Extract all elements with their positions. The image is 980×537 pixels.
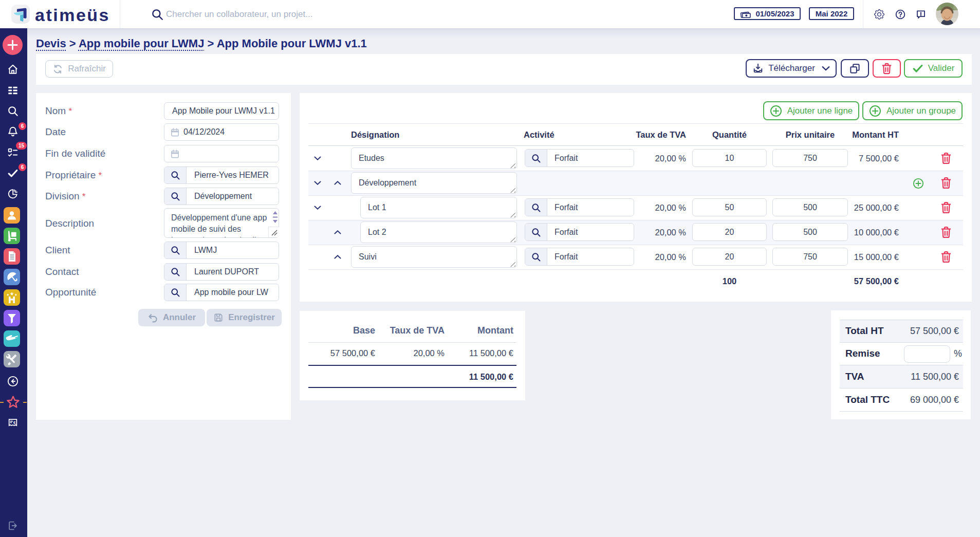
svg-text:€: €: [13, 420, 16, 425]
